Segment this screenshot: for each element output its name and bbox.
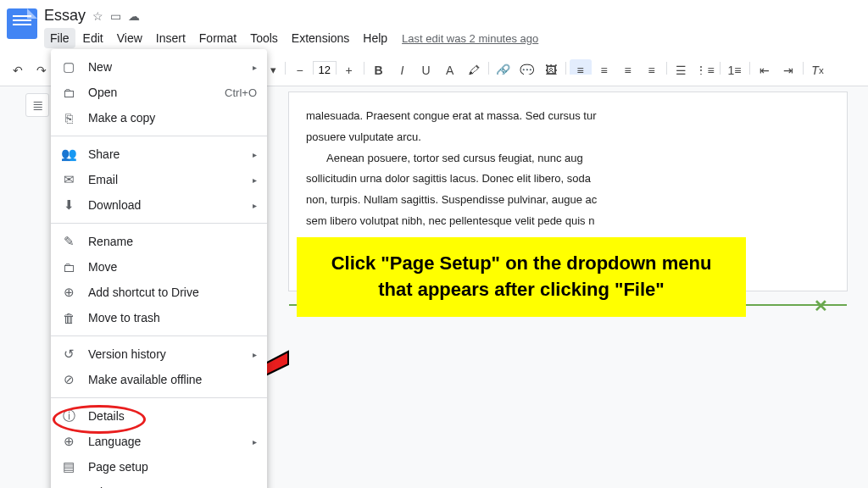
history-icon: ↺ [61,347,76,362]
rename-icon: ✎ [61,234,76,249]
menu-copy[interactable]: ⎘Make a copy [51,105,267,130]
email-icon: ✉ [61,172,76,187]
print-icon: ⎙ [61,485,76,488]
menu-trash[interactable]: 🗑Move to trash [51,305,267,330]
folder-icon: 🗀 [61,85,76,100]
last-edit[interactable]: Last edit was 2 minutes ago [402,32,538,45]
menu-tools[interactable]: Tools [244,28,284,48]
menu-details[interactable]: ⓘDetails [51,403,267,429]
menu-language[interactable]: ⊕Language▸ [51,429,267,454]
menu-open[interactable]: 🗀OpenCtrl+O [51,80,267,105]
menu-bar: File Edit View Insert Format Tools Exten… [44,26,861,50]
menu-offline[interactable]: ⊘Make available offline [51,367,267,392]
page-icon: ▤ [61,459,76,474]
doc-title[interactable]: Essay [44,7,86,25]
star-icon[interactable]: ☆ [92,9,103,23]
shortcut-icon: ⊕ [61,285,76,300]
outline-toggle-icon[interactable]: ≣ [25,93,49,117]
menu-download[interactable]: ⬇Download▸ [51,192,267,218]
cloud-icon[interactable]: ☁ [128,9,140,23]
move-folder-icon: 🗀 [61,259,76,274]
menu-version[interactable]: ↺Version history▸ [51,341,267,367]
share-icon: 👥 [61,147,76,162]
docs-logo[interactable] [7,8,37,39]
header: Essay ☆ ▭ ☁ File Edit View Insert Format… [0,0,868,55]
menu-help[interactable]: Help [357,28,393,48]
menu-rename[interactable]: ✎Rename [51,229,267,254]
globe-icon: ⊕ [61,434,76,449]
menu-format[interactable]: Format [193,28,242,48]
file-dropdown: ▢New▸ 🗀OpenCtrl+O ⎘Make a copy 👥Share▸ ✉… [51,49,267,488]
menu-file[interactable]: File [44,28,75,48]
menu-email[interactable]: ✉Email▸ [51,167,267,192]
offline-icon: ⊘ [61,372,76,387]
menu-share[interactable]: 👥Share▸ [51,141,267,167]
annotation-callout: Click "Page Setup" on the dropdown menu … [297,237,746,317]
new-icon: ▢ [61,59,76,75]
trash-icon: 🗑 [61,310,76,325]
menu-shortcut[interactable]: ⊕Add shortcut to Drive [51,280,267,305]
menu-insert[interactable]: Insert [150,28,192,48]
page-break-close-icon[interactable]: ✕ [814,296,828,316]
info-icon: ⓘ [61,408,76,424]
menu-extensions[interactable]: Extensions [286,28,355,48]
menu-new[interactable]: ▢New▸ [51,54,267,80]
menu-move[interactable]: 🗀Move [51,254,267,280]
copy-icon: ⎘ [61,110,76,125]
menu-view[interactable]: View [111,28,148,48]
menu-edit[interactable]: Edit [77,28,109,48]
menu-pagesetup[interactable]: ▤Page setup [51,454,267,480]
download-icon: ⬇ [61,197,76,213]
menu-print[interactable]: ⎙PrintCtrl+P [51,480,267,488]
move-icon[interactable]: ▭ [110,9,121,23]
